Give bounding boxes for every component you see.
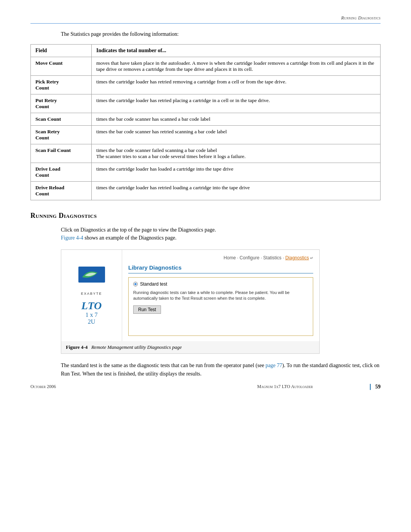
page-number: 59: [370, 384, 381, 390]
model-label: 1 x 7: [86, 312, 98, 318]
figure-link[interactable]: Figure 4-4: [61, 235, 83, 241]
nav-cursor-icon: ↵: [310, 256, 313, 260]
radio-icon: [133, 282, 138, 286]
caption-number: Figure 4-4: [66, 344, 88, 350]
figure-right-panel: Home · Configure · Statistics · Diagnost…: [122, 250, 319, 341]
radio-label: Standard test: [140, 281, 167, 287]
field-desc-cell: times the cartridge loader has loaded a …: [92, 163, 381, 182]
header-label: Running Diagnostics: [341, 15, 381, 21]
page-header: Running Diagnostics: [30, 15, 381, 24]
body1-text: Click on Diagnostics at the top of the p…: [61, 227, 216, 233]
figure-left-panel: EXABYTE LTO 1 x 7 2U: [61, 250, 122, 341]
radio-row: Standard test: [133, 281, 308, 287]
statistics-table: Field Indicates the total number of... M…: [30, 44, 381, 200]
figure-desc: Running diagnostic tests can take a whil…: [133, 290, 308, 302]
field-name-cell: Put RetryCount: [31, 94, 92, 113]
figure-title: Library Diagnostics: [128, 264, 313, 273]
table-row: Scan Counttimes the bar code scanner has…: [31, 113, 381, 126]
table-row: Put RetryCounttimes the cartridge loader…: [31, 94, 381, 113]
exabyte-logo-icon: [76, 266, 107, 289]
page77-link[interactable]: page 77: [266, 363, 282, 368]
table-row: Pick RetryCounttimes the cartridge loade…: [31, 76, 381, 94]
col1-header: Field: [31, 45, 92, 57]
field-desc-cell: times the bar code scanner failed scanni…: [92, 144, 381, 163]
table-row: Drive LoadCounttimes the cartridge loade…: [31, 163, 381, 182]
nav-active-label: Diagnostics: [285, 255, 309, 260]
exabyte-brand: EXABYTE: [81, 292, 102, 296]
field-desc-cell: times the bar code scanner has scanned a…: [92, 113, 381, 126]
table-row: Move Countmoves that have taken place in…: [31, 57, 381, 76]
figure-caption: Figure 4-4 Remote Management utility Dia…: [61, 341, 319, 353]
body-text-2: The standard test is the same as the dia…: [61, 361, 381, 379]
field-desc-cell: times the cartridge loader has retried l…: [92, 182, 381, 200]
col2-header: Indicates the total number of...: [92, 45, 381, 57]
footer-date: October 2006: [30, 384, 200, 390]
field-desc-cell: times the bar code scanner has retried s…: [92, 126, 381, 144]
field-name-cell: Drive ReloadCount: [31, 182, 92, 200]
table-row: Scan RetryCounttimes the bar code scanne…: [31, 126, 381, 144]
section-heading: Running Diagnostics: [30, 212, 381, 220]
field-name-cell: Scan Fail Count: [31, 144, 92, 163]
field-name-cell: Move Count: [31, 57, 92, 76]
field-name-cell: Scan RetryCount: [31, 126, 92, 144]
field-desc-cell: times the cartridge loader has retried r…: [92, 76, 381, 94]
model2-label: 2U: [88, 318, 96, 325]
field-name-cell: Scan Count: [31, 113, 92, 126]
figure-inner: EXABYTE LTO 1 x 7 2U Home · Configure · …: [61, 250, 319, 341]
table-row: Drive ReloadCounttimes the cartridge loa…: [31, 182, 381, 200]
lto-label: LTO: [81, 300, 102, 312]
run-test-button[interactable]: Run Test: [133, 305, 161, 314]
body2-text1: The standard test is the same as the dia…: [61, 363, 266, 368]
intro-text: The Statistics page provides the followi…: [61, 31, 381, 37]
page: Running Diagnostics The Statistics page …: [0, 0, 411, 401]
figure-container: EXABYTE LTO 1 x 7 2U Home · Configure · …: [61, 249, 320, 354]
figure-content-box: Standard test Running diagnostic tests c…: [128, 277, 313, 336]
body1-suffix: shows an example of the Diagnostics page…: [83, 235, 177, 241]
table-row: Scan Fail Counttimes the bar code scanne…: [31, 144, 381, 163]
field-desc-cell: times the cartridge loader has retried p…: [92, 94, 381, 113]
page-footer: October 2006 Magnum 1x7 LTO Autoloader 5…: [0, 384, 411, 390]
footer-page: 59: [370, 384, 381, 390]
caption-text: Remote Management utility Diagnostics pa…: [91, 344, 182, 350]
field-name-cell: Pick RetryCount: [31, 76, 92, 94]
body-text-1: Click on Diagnostics at the top of the p…: [61, 226, 381, 242]
field-desc-cell: moves that have taken place in the autol…: [92, 57, 381, 76]
field-name-cell: Drive LoadCount: [31, 163, 92, 182]
footer-title: Magnum 1x7 LTO Autoloader: [200, 384, 370, 390]
figure-nav: Home · Configure · Statistics · Diagnost…: [128, 255, 313, 260]
